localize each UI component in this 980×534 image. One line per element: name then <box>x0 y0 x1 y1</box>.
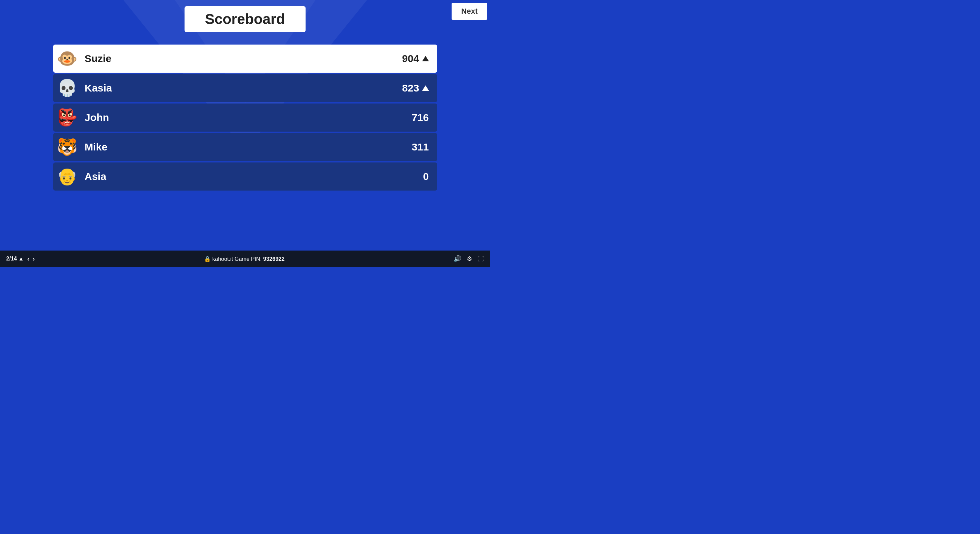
lock-icon: 🔒 <box>204 256 211 262</box>
player-row: 💀Kasia823 <box>53 74 437 102</box>
site-label: kahoot.it <box>212 256 233 262</box>
player-row: 🐯Mike311 <box>53 133 437 161</box>
player-list: 🐵Suzie904 💀Kasia823 👺John716 🐯Mike311 👴A… <box>53 44 437 192</box>
avatar-emoji: 💀 <box>57 80 78 96</box>
player-name: Mike <box>81 141 412 153</box>
fullscreen-icon[interactable]: ⛶ <box>478 255 484 262</box>
rank-up-arrow <box>422 56 429 61</box>
bottom-right: 🔊 ⚙ ⛶ <box>453 255 484 262</box>
avatar: 💀 <box>53 74 81 102</box>
prev-arrow[interactable]: ‹ <box>27 255 29 262</box>
player-score: 716 <box>412 112 437 123</box>
avatar-emoji: 🐯 <box>57 139 78 155</box>
bottom-center: 🔒 kahoot.it Game PIN: 9326922 <box>35 256 453 262</box>
player-name: Kasia <box>81 82 402 94</box>
avatar-emoji: 👴 <box>57 168 78 185</box>
player-score: 311 <box>412 141 437 153</box>
scoreboard-title: Scoreboard <box>205 11 285 27</box>
player-name: John <box>81 112 412 123</box>
avatar-emoji: 👺 <box>57 109 78 126</box>
avatar: 👴 <box>53 162 81 191</box>
bottom-left: 2/14 ▲ ‹ › <box>6 255 35 262</box>
player-row: 👴Asia0 <box>53 162 437 191</box>
player-name: Suzie <box>81 53 402 64</box>
player-name: Asia <box>81 171 423 182</box>
volume-icon[interactable]: 🔊 <box>453 255 461 262</box>
avatar: 👺 <box>53 103 81 132</box>
game-pin-value: 9326922 <box>263 256 285 262</box>
main-content: 🐵Suzie904 💀Kasia823 👺John716 🐯Mike311 👴A… <box>53 44 437 192</box>
player-score: 0 <box>423 171 437 182</box>
avatar-emoji: 🐵 <box>57 50 78 67</box>
rank-up-arrow <box>422 85 429 91</box>
avatar: 🐵 <box>53 44 81 73</box>
player-score: 904 <box>402 53 437 64</box>
game-pin-label: Game PIN: <box>235 256 262 262</box>
avatar: 🐯 <box>53 133 81 161</box>
player-row: 👺John716 <box>53 103 437 132</box>
scoreboard-title-container: Scoreboard <box>185 6 305 32</box>
player-row: 🐵Suzie904 <box>53 44 437 73</box>
bottom-bar: 2/14 ▲ ‹ › 🔒 kahoot.it Game PIN: 9326922… <box>0 251 490 267</box>
next-button[interactable]: Next <box>452 3 487 20</box>
player-score: 823 <box>402 82 437 94</box>
settings-icon[interactable]: ⚙ <box>467 255 472 262</box>
progress-text: 2/14 ▲ <box>6 256 24 262</box>
